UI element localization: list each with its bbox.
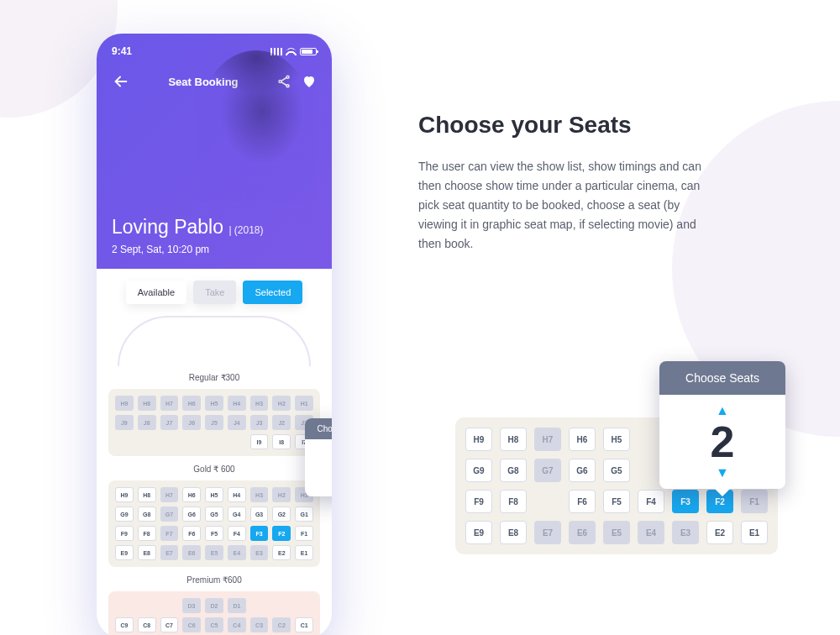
seat-G7: G7 <box>534 459 561 482</box>
seat-C9[interactable]: C9 <box>115 617 134 632</box>
seat-H8[interactable]: H8 <box>500 428 527 451</box>
seat-D3: D3 <box>182 598 201 613</box>
seat-H4: H4 <box>228 396 246 411</box>
seat-quantity: 2 <box>310 455 332 480</box>
seat-C4: C4 <box>228 617 246 632</box>
seat-E4: E4 <box>228 545 246 560</box>
seat-F6[interactable]: F6 <box>569 490 596 513</box>
seat-F4[interactable]: F4 <box>638 490 664 513</box>
seat-G2[interactable]: G2 <box>272 506 291 522</box>
tier-premium: Premium ₹600 D3D2D1C9C8C7C6C5C4C3C2C1B9B… <box>108 575 320 635</box>
seat-E6: E6 <box>182 545 201 560</box>
seat-H4[interactable]: H4 <box>228 487 246 502</box>
seat-I8[interactable]: I8 <box>272 434 291 449</box>
seat-G6[interactable]: G6 <box>569 459 596 482</box>
seat-qty-popover-large: Choose Seats ▲ 2 ▼ <box>659 361 785 489</box>
seat-J8: J8 <box>138 415 156 430</box>
legend-taken: Take <box>193 281 236 304</box>
seat-D1: D1 <box>228 598 246 613</box>
seat-J7: J7 <box>160 415 179 430</box>
seat-G5[interactable]: G5 <box>205 506 223 522</box>
seat-G8[interactable]: G8 <box>138 506 156 522</box>
seat-F9[interactable]: F9 <box>465 490 492 513</box>
seat-qty-popover: Choose Seats ▲ 2 ▼ <box>305 418 332 496</box>
seat-F6[interactable]: F6 <box>182 526 201 541</box>
tier-title: Gold ₹ 600 <box>108 464 320 474</box>
seat-H6[interactable]: H6 <box>182 487 201 502</box>
seat-H6[interactable]: H6 <box>569 428 596 451</box>
seat-J4: J4 <box>228 415 246 430</box>
seat-J5: J5 <box>205 415 223 430</box>
seat-E1[interactable]: E1 <box>741 521 768 544</box>
back-icon[interactable] <box>112 72 130 91</box>
promo-text: Choose your Seats The user can view the … <box>418 112 721 254</box>
seat-E5: E5 <box>205 545 223 560</box>
seat-D2: D2 <box>205 598 223 613</box>
seat-C5: C5 <box>205 617 223 632</box>
screen-arc-icon <box>118 316 311 366</box>
tier-regular: Regular ₹300 H9H8H7H6H5H4H3H2H1J9J8J7J6J… <box>108 373 320 456</box>
seat-H9[interactable]: H9 <box>465 428 492 451</box>
seat-F1[interactable]: F1 <box>295 526 313 541</box>
seat-J9: J9 <box>115 415 134 430</box>
seat-I9[interactable]: I9 <box>250 434 269 449</box>
phone-mockup: 9:41 Seat Booking Loving Pablo | (2018) … <box>97 34 332 635</box>
seat-E9[interactable]: E9 <box>465 521 492 544</box>
chevron-up-icon[interactable]: ▲ <box>668 403 777 418</box>
chevron-down-icon[interactable]: ▼ <box>310 482 332 491</box>
legend-available[interactable]: Available <box>126 281 186 304</box>
seat-E7: E7 <box>160 545 179 560</box>
seat-G4[interactable]: G4 <box>228 506 246 522</box>
legend-selected[interactable]: Selected <box>243 281 302 304</box>
seat-F8[interactable]: F8 <box>500 490 527 513</box>
seat-E3: E3 <box>672 521 699 544</box>
seat-H7: H7 <box>534 428 561 451</box>
seat-F3[interactable]: F3 <box>250 526 269 541</box>
seat-H7: H7 <box>160 396 179 411</box>
chevron-up-icon[interactable]: ▲ <box>310 444 332 454</box>
seat-G6[interactable]: G6 <box>182 506 201 522</box>
seat-H5[interactable]: H5 <box>205 487 223 502</box>
status-time: 9:41 <box>112 45 132 57</box>
seat-H3: H3 <box>250 487 269 502</box>
seat-H7: H7 <box>160 487 179 502</box>
seat-F4[interactable]: F4 <box>228 526 246 541</box>
seat-F3[interactable]: F3 <box>672 490 699 513</box>
seat-E8[interactable]: E8 <box>500 521 527 544</box>
seat-F5[interactable]: F5 <box>205 526 223 541</box>
seat-F5[interactable]: F5 <box>603 490 630 513</box>
chevron-down-icon[interactable]: ▼ <box>668 465 777 480</box>
seat-E9[interactable]: E9 <box>115 545 134 560</box>
seat-G3[interactable]: G3 <box>250 506 269 522</box>
seat-C7[interactable]: C7 <box>160 617 179 632</box>
seat-E4: E4 <box>638 521 664 544</box>
seat-G5[interactable]: G5 <box>603 459 630 482</box>
seat-F2[interactable]: F2 <box>272 526 291 541</box>
seat-C8[interactable]: C8 <box>138 617 156 632</box>
seat-F8[interactable]: F8 <box>138 526 156 541</box>
seat-H6: H6 <box>182 396 201 411</box>
seat-G7: G7 <box>160 506 179 522</box>
seat-J3: J3 <box>250 415 269 430</box>
seat-H1: H1 <box>295 396 313 411</box>
seat-E6: E6 <box>569 521 596 544</box>
seat-H9: H9 <box>115 396 134 411</box>
seat-H2: H2 <box>272 487 291 502</box>
seat-G9[interactable]: G9 <box>115 506 134 522</box>
seat-legend: Available Take Selected <box>108 281 320 304</box>
seat-E2[interactable]: E2 <box>272 545 291 560</box>
seat-G1[interactable]: G1 <box>295 506 313 522</box>
seat-E1[interactable]: E1 <box>295 545 313 560</box>
seat-H9[interactable]: H9 <box>115 487 134 502</box>
seat-H2: H2 <box>272 396 291 411</box>
seat-H5[interactable]: H5 <box>603 428 630 451</box>
seat-F1: F1 <box>741 490 768 513</box>
seat-G8[interactable]: G8 <box>500 459 527 482</box>
seat-H8[interactable]: H8 <box>138 487 156 502</box>
seat-C1[interactable]: C1 <box>295 617 313 632</box>
seat-E8[interactable]: E8 <box>138 545 156 560</box>
seat-F9[interactable]: F9 <box>115 526 134 541</box>
seat-G9[interactable]: G9 <box>465 459 492 482</box>
seat-H8: H8 <box>138 396 156 411</box>
seat-E2[interactable]: E2 <box>706 521 733 544</box>
